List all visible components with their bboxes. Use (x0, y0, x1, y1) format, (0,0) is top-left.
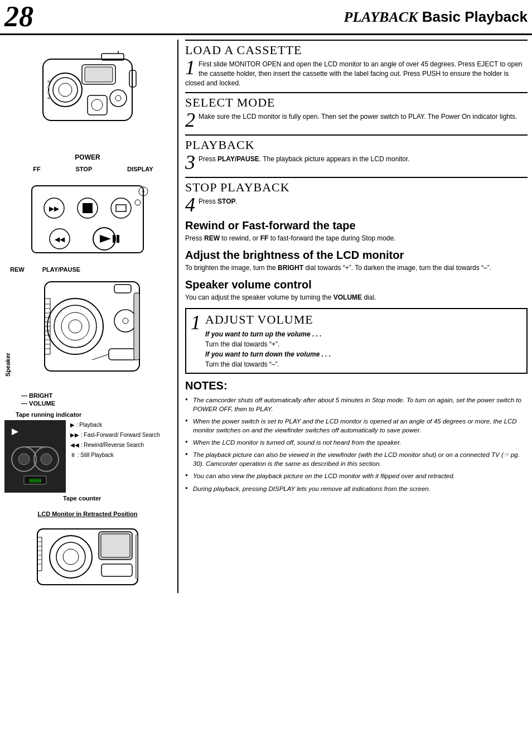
rewind-title: Rewind or Fast-forward the tape (185, 219, 528, 232)
page-number: 28 (4, 2, 33, 31)
svg-point-36 (61, 312, 89, 340)
svg-point-50 (114, 310, 137, 332)
stop-label: STOP (76, 166, 93, 172)
rew-label: REW (10, 266, 25, 273)
select-mode-text: Make sure the LCD monitor is fully open.… (199, 113, 517, 121)
tape-running-label: Tape running indicator (4, 411, 160, 418)
section-title-playback: PLAYBACK (185, 138, 528, 152)
power-label: POWER (4, 153, 171, 161)
tape-labels: ▶ : Playback ▶▶ : Fast-Forward/ Forward … (70, 420, 160, 460)
step-2: 2 (185, 112, 195, 130)
tape-box: 0000 (4, 420, 66, 493)
svg-point-22 (111, 198, 131, 218)
section-title-load: LOAD A CASSETTE (185, 43, 528, 57)
section-load-cassette: LOAD A CASSETTE 1 First slide MONITOR OP… (185, 40, 528, 88)
display-label: DISPLAY (127, 166, 153, 172)
tape-counter-label: Tape counter (4, 495, 160, 502)
svg-point-8 (110, 90, 127, 107)
section-select-mode: SELECT MODE 2 Make sure the LCD monitor … (185, 92, 528, 130)
svg-point-67 (56, 542, 85, 571)
main-content: POWER FF STOP DISPLAY ▶▶ (0, 35, 532, 598)
camera-side-svg (36, 276, 148, 388)
svg-point-12 (47, 80, 50, 83)
speaker-volume-body: You can adjust the speaker volume by tur… (185, 293, 528, 302)
notes-list: The camcorder shuts off automatically af… (185, 396, 528, 493)
av-line2-italic: If you want to turn down the volume . . … (205, 350, 331, 358)
section-body-select: 2 Make sure the LCD monitor is fully ope… (185, 112, 528, 130)
av-line1-plain: Turn the dial towards “+”. (205, 340, 279, 348)
notes-title: NOTES: (185, 379, 528, 392)
bright-label: — BRIGHT (21, 392, 171, 399)
svg-rect-28 (113, 235, 115, 243)
svg-rect-52 (109, 349, 137, 360)
tape-item-3: ⏸ : Still Playback (70, 450, 160, 460)
bright-volume-labels: — BRIGHT — VOLUME (4, 392, 171, 407)
svg-rect-10 (88, 95, 107, 115)
svg-point-32 (135, 200, 141, 205)
svg-point-14 (47, 92, 50, 94)
section-title-select: SELECT MODE (185, 95, 528, 110)
lcd-section: LCD Monitor in Retracted Position (4, 511, 171, 593)
svg-point-34 (47, 298, 103, 354)
svg-rect-71 (101, 564, 132, 576)
page-header: 28 PLAYBACK Basic Playback (0, 0, 532, 35)
svg-rect-29 (117, 235, 119, 243)
step-4: 4 (185, 197, 195, 215)
svg-point-51 (123, 318, 128, 324)
right-column: LOAD A CASSETTE 1 First slide MONITOR OP… (177, 40, 528, 593)
brightness-title: Adjust the brightness of the LCD monitor (185, 249, 528, 262)
svg-point-2 (53, 78, 78, 102)
sub-section-speaker-volume: Speaker volume control You can adjust th… (185, 278, 528, 302)
lcd-image (32, 521, 143, 593)
lcd-camera-svg (32, 521, 143, 593)
brightness-body: To brighten the image, turn the BRIGHT d… (185, 263, 528, 273)
header-title-plain: Basic Playback (418, 8, 528, 25)
svg-text:0000: 0000 (29, 478, 41, 484)
section-body-stop: 4 Press STOP. (185, 197, 528, 215)
svg-line-55 (92, 354, 109, 360)
tape-item-1: ▶▶ : Fast-Forward/ Forward Search (70, 430, 160, 440)
header-title: PLAYBACK Basic Playback (344, 8, 528, 26)
svg-rect-21 (83, 203, 93, 213)
svg-point-61 (41, 454, 52, 465)
stop-text-prefix: Press (199, 198, 217, 205)
svg-rect-23 (116, 205, 126, 211)
note-item-3: The playback picture can also be viewed … (185, 450, 528, 468)
svg-point-11 (91, 99, 103, 110)
tape-section: Tape running indicator (4, 411, 171, 502)
svg-marker-27 (100, 235, 111, 243)
svg-rect-5 (85, 67, 113, 82)
adjust-volume-box: 1 ADJUST VOLUME If you want to turn up t… (185, 308, 528, 374)
section-stop-playback: STOP PLAYBACK 4 Press STOP. (185, 177, 528, 215)
note-item-2: When the LCD monitor is turned off, soun… (185, 438, 528, 447)
svg-point-68 (63, 549, 79, 565)
svg-point-3 (59, 83, 72, 97)
playback-text-prefix: Press (199, 155, 217, 163)
rew-play-label-row: REW PLAY/PAUSE (4, 266, 171, 273)
note-item-5: During playback, pressing DISPLAY lets y… (185, 484, 528, 493)
svg-rect-17 (32, 186, 143, 253)
section-body-playback: 3 Press PLAY/PAUSE. The playback picture… (185, 155, 528, 172)
notes-section: NOTES: The camcorder shuts off automatic… (185, 379, 528, 493)
svg-point-37 (69, 320, 82, 333)
svg-rect-70 (101, 534, 130, 557)
load-cassette-text: First slide MONITOR OPEN and open the LC… (185, 60, 523, 87)
section-title-stop: STOP PLAYBACK (185, 180, 528, 195)
svg-text:+: + (142, 189, 145, 195)
av-step-number: 1 (191, 312, 201, 369)
lcd-monitor-label: LCD Monitor in Retracted Position (4, 511, 171, 517)
camera-side-svg-container (13, 276, 171, 388)
svg-point-15 (47, 97, 50, 99)
av-line2-plain: Turn the dial towards “–”. (205, 360, 279, 368)
step-3: 3 (185, 155, 195, 172)
svg-point-13 (47, 86, 50, 88)
note-item-4: You can also view the playback picture o… (185, 471, 528, 480)
section-body-load: 1 First slide MONITOR OPEN and open the … (185, 60, 528, 88)
svg-text:◀◀: ◀◀ (55, 235, 65, 243)
svg-point-35 (54, 305, 96, 348)
note-item-1: When the power switch is set to PLAY and… (185, 417, 528, 435)
note-item-0: The camcorder shuts off automatically af… (185, 396, 528, 413)
camera-top-svg (21, 42, 154, 148)
sub-section-brightness: Adjust the brightness of the LCD monitor… (185, 249, 528, 273)
svg-point-1 (49, 73, 82, 107)
